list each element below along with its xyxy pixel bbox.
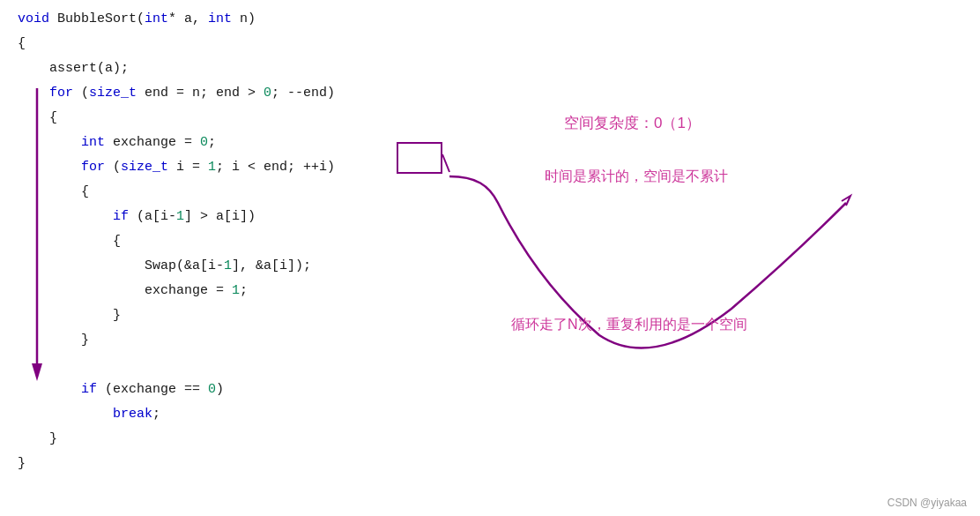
num-0b: 0 [200, 135, 208, 150]
code-line-8: { [18, 180, 502, 205]
num-1d: 1 [232, 283, 240, 298]
code-line-2: { [18, 32, 502, 56]
code-line-9: if (a[i-1] > a[i]) [18, 205, 502, 229]
keyword-if: if [113, 209, 129, 224]
main-container: void BubbleSort(int* a, int n) { assert(… [0, 0, 980, 516]
num-0c: 0 [208, 382, 216, 397]
num-1: 1 [208, 160, 216, 175]
watermark: CSDN @yiyakaa [887, 497, 967, 509]
keyword-for2: for [81, 160, 105, 175]
code-line-10: { [18, 229, 502, 254]
code-line-18: } [18, 427, 502, 452]
keyword-sizet2: size_t [121, 160, 168, 175]
code-line-19: } [18, 452, 502, 476]
keyword-sizet: size_t [89, 86, 137, 101]
keyword-int3: int [81, 135, 105, 150]
code-line-11: Swap(&a[i-1], &a[i]); [18, 254, 502, 279]
keyword-void: void [18, 11, 49, 26]
rect-annotation [397, 142, 442, 174]
code-area: void BubbleSort(int* a, int n) { assert(… [0, 0, 511, 516]
code-line-3: assert(a); [18, 56, 502, 81]
keyword-if2: if [81, 382, 97, 397]
num-1b: 1 [176, 209, 184, 224]
code-line-15 [18, 353, 502, 378]
num-0: 0 [264, 86, 271, 101]
code-line-4: for (size_t end = n; end > 0; --end) [18, 81, 502, 106]
annotation-loop-space: 循环走了N次，重复利用的是一个空间 [511, 316, 747, 334]
keyword-break: break [113, 407, 152, 422]
code-line-13: } [18, 303, 502, 328]
code-text: assert(a); [49, 61, 129, 76]
param2: n) [232, 11, 256, 26]
keyword-for: for [49, 86, 73, 101]
code-line-14: } [18, 328, 502, 353]
annotation-space-complexity: 空间复杂度：0（1） [564, 113, 701, 133]
fn-name: BubbleSort( [57, 11, 145, 26]
code-line-16: if (exchange == 0) [18, 378, 502, 402]
keyword-int2: int [208, 11, 232, 26]
keyword-int1: int [145, 11, 168, 26]
code-line-1: void BubbleSort(int* a, int n) [18, 7, 502, 32]
annotation-time-space: 时间是累计的，空间是不累计 [545, 168, 728, 186]
code-line-17: break; [18, 402, 502, 427]
code-line-5: { [18, 106, 502, 131]
code-line-12: exchange = 1; [18, 279, 502, 303]
num-1c: 1 [224, 258, 232, 273]
param1: * a, [168, 11, 208, 26]
